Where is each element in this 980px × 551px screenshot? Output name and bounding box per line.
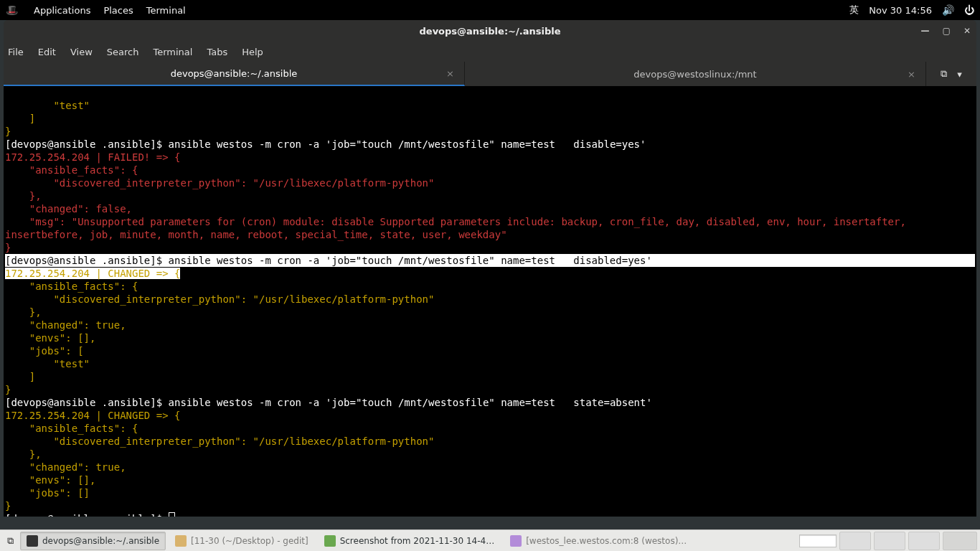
menu-terminal[interactable]: Terminal <box>146 5 186 16</box>
output-line: } <box>5 384 11 395</box>
output-line: ] <box>5 113 35 124</box>
tab-2-close-icon[interactable]: × <box>908 69 915 80</box>
tab-2[interactable]: devops@westoslinux:/mnt × <box>465 62 926 86</box>
shell-prompt: [devops@ansible .ansible]$ <box>5 513 169 517</box>
tab-2-label: devops@westoslinux:/mnt <box>633 69 756 80</box>
new-tab-icon[interactable]: ⧉ <box>941 68 947 80</box>
output-line: } <box>5 126 11 137</box>
menu-view[interactable]: View <box>70 47 93 57</box>
output-error-line: insertbefore, job, minute, month, name, … <box>5 229 507 240</box>
menu-search[interactable]: Search <box>107 47 139 57</box>
terminal-icon <box>27 535 38 547</box>
taskbar-item-imageviewer[interactable]: Screenshot from 2021-11-30 14-4… <box>318 532 501 550</box>
output-line: "test" <box>5 100 90 111</box>
terminal-viewport[interactable]: "test" ] } [devops@ansible .ansible]$ an… <box>4 86 976 517</box>
output-line: "changed": true, <box>5 461 126 473</box>
output-error-line: "changed": false, <box>5 203 132 215</box>
window-minimize-button[interactable]: — <box>921 26 930 36</box>
taskbar-item-label: devops@ansible:~/.ansible <box>42 536 159 546</box>
window-title: devops@ansible:~/.ansible <box>420 26 561 37</box>
output-line: "discovered_interpreter_python": "/usr/l… <box>5 293 434 305</box>
tab-1-close-icon[interactable]: × <box>446 68 454 79</box>
taskbar-item-label: [11-30 (~/Desktop) - gedit] <box>191 536 308 546</box>
input-method-indicator[interactable]: 英 <box>849 4 859 17</box>
output-error-line: "ansible_facts": { <box>5 164 138 176</box>
shell-prompt: [devops@ansible .ansible]$ <box>5 138 162 150</box>
terminal-menubar: File Edit View Search Terminal Tabs Help <box>4 42 976 62</box>
window-close-button[interactable]: ✕ <box>963 26 971 36</box>
terminal-tabstrip: devops@ansible:~/.ansible × devops@westo… <box>4 62 976 86</box>
output-error-line: "discovered_interpreter_python": "/usr/l… <box>5 177 434 189</box>
output-line: }, <box>5 306 42 318</box>
shell-command: ansible westos -m cron -a 'job="touch /m… <box>162 138 646 150</box>
tab-1[interactable]: devops@ansible:~/.ansible × <box>4 62 465 86</box>
menu-edit[interactable]: Edit <box>38 47 56 57</box>
taskbar-item-label: [westos_lee.westos.com:8 (westos)… <box>526 536 687 546</box>
taskbar-item-virtmanager[interactable]: [westos_lee.westos.com:8 (westos)… <box>504 532 693 550</box>
tray-button-3[interactable] <box>908 532 940 550</box>
menu-tabs[interactable]: Tabs <box>207 47 227 57</box>
menu-places[interactable]: Places <box>103 5 133 16</box>
shell-command: ansible westos -m cron -a 'job="touch /m… <box>162 397 652 408</box>
output-line: "ansible_facts": { <box>5 281 138 292</box>
menu-file[interactable]: File <box>8 47 24 57</box>
output-error-line: } <box>5 242 11 253</box>
output-line: "envs": [], <box>5 474 95 486</box>
terminal-window: devops@ansible:~/.ansible — ▢ ✕ File Edi… <box>4 20 976 517</box>
virt-manager-icon <box>510 535 522 547</box>
window-maximize-button[interactable]: ▢ <box>943 26 951 36</box>
output-line: "jobs": [] <box>5 487 90 499</box>
output-error-line: "msg": "Unsupported parameters for (cron… <box>5 216 912 227</box>
output-line: "changed": true, <box>5 319 126 331</box>
gnome-taskbar: ⧉ devops@ansible:~/.ansible [11-30 (~/De… <box>0 529 980 551</box>
output-error-line: }, <box>5 190 42 202</box>
output-line: }, <box>5 448 42 460</box>
redhat-logo-icon: 🎩 <box>6 4 18 16</box>
output-line: "envs": [], <box>5 332 95 344</box>
show-desktop-button[interactable] <box>943 532 977 550</box>
image-viewer-icon <box>324 535 336 547</box>
gedit-icon <box>175 535 187 547</box>
output-line: "test" <box>5 358 90 369</box>
window-titlebar[interactable]: devops@ansible:~/.ansible — ▢ ✕ <box>4 20 976 42</box>
tray-button-2[interactable] <box>874 532 905 550</box>
menu-help[interactable]: Help <box>242 47 263 57</box>
highlighted-status-line: 172.25.254.204 | CHANGED => { <box>5 268 180 279</box>
output-line: "ansible_facts": { <box>5 423 138 434</box>
workspace-switcher-icon[interactable]: ⧉ <box>3 534 17 548</box>
tray-trough <box>799 534 837 547</box>
clock[interactable]: Nov 30 14:56 <box>869 5 932 16</box>
gnome-topbar: 🎩 Applications Places Terminal 英 Nov 30 … <box>0 0 980 20</box>
shell-prompt: [devops@ansible .ansible]$ <box>5 397 162 408</box>
power-icon[interactable]: ⏻ <box>964 4 974 16</box>
tray-button-1[interactable] <box>839 532 871 550</box>
output-line: 172.25.254.204 | CHANGED => { <box>5 410 180 421</box>
output-line: "jobs": [ <box>5 345 84 357</box>
tabs-menu-chevron-icon[interactable]: ▾ <box>957 69 962 80</box>
output-line: } <box>5 500 11 512</box>
taskbar-item-label: Screenshot from 2021-11-30 14-4… <box>340 536 495 546</box>
menu-terminal-dropdown[interactable]: Terminal <box>153 47 192 57</box>
taskbar-item-gedit[interactable]: [11-30 (~/Desktop) - gedit] <box>169 532 315 550</box>
terminal-cursor <box>169 512 175 517</box>
output-line: ] <box>5 371 35 382</box>
highlighted-command-line: [devops@ansible .ansible]$ ansible westo… <box>5 254 975 267</box>
output-error-line: 172.25.254.204 | FAILED! => { <box>5 151 180 163</box>
taskbar-item-terminal[interactable]: devops@ansible:~/.ansible <box>20 532 166 550</box>
volume-icon[interactable]: 🔊 <box>942 4 954 16</box>
output-line: "discovered_interpreter_python": "/usr/l… <box>5 435 434 447</box>
tab-1-label: devops@ansible:~/.ansible <box>171 68 298 79</box>
menu-applications[interactable]: Applications <box>34 5 90 16</box>
